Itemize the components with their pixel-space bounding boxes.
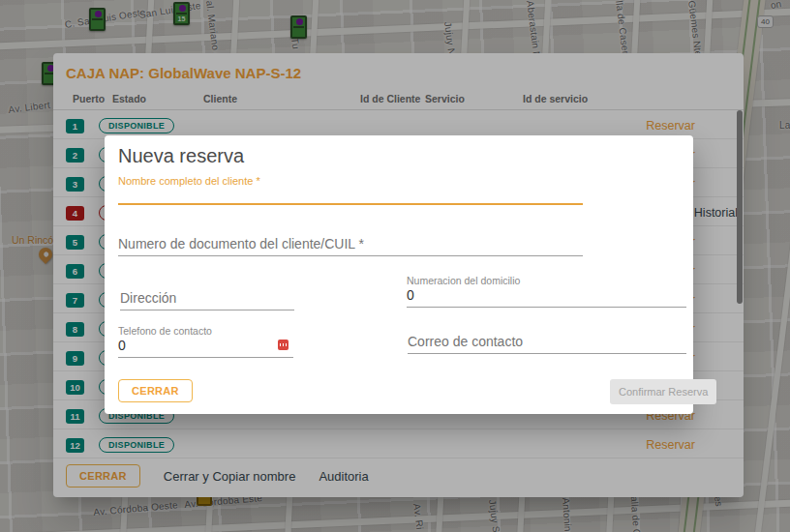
telefono-field-label: Telefono de contacto (118, 325, 212, 337)
documento-input[interactable] (118, 236, 583, 256)
correo-input[interactable] (408, 334, 686, 354)
direccion-input[interactable] (120, 290, 294, 310)
confirmar-reserva-button[interactable]: Confirmar Reserva (610, 379, 716, 404)
nueva-reserva-dialog: Nueva reserva Nombre completo del client… (105, 135, 693, 414)
numeracion-input[interactable] (407, 287, 686, 308)
app-stage: C. San Luis OesteSan Luis Esteal. Marian… (0, 0, 790, 532)
nombre-cliente-input[interactable] (118, 184, 583, 205)
dialog-title: Nueva reserva (118, 145, 244, 167)
cerrar-reserva-button[interactable]: CERRAR (118, 379, 193, 402)
numeracion-field-label: Numeracion del domicilio (407, 275, 520, 286)
telefono-validation-icon (278, 340, 289, 350)
telefono-input[interactable] (118, 338, 293, 358)
